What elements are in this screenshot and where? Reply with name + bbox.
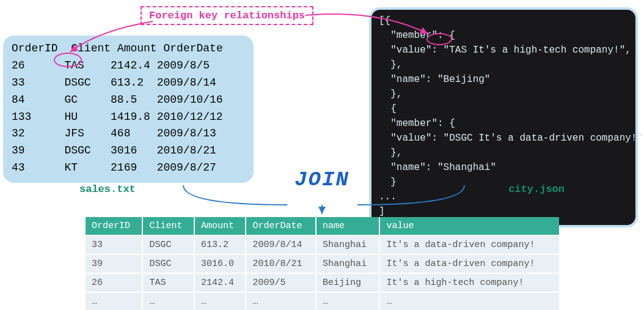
- cell: 2009/8/14: [246, 235, 316, 254]
- sales-header-row: OrderID Client Amount OrderDate: [12, 40, 245, 57]
- sales-rows: 26 TAS 2142.4 2009/8/533 DSGC 613.2 2009…: [12, 57, 245, 177]
- cell: It's a data-driven company!: [379, 235, 559, 254]
- cell: 26: [86, 273, 142, 292]
- cell: …: [246, 292, 316, 310]
- sales-row: 84 GC 88.5 2009/10/16: [12, 92, 245, 109]
- table-row: 26TAS2142.42009/5BeijingIt's a high-tech…: [86, 273, 559, 292]
- cell: 2142.4: [194, 273, 246, 292]
- join-label: JOIN: [295, 168, 349, 191]
- result-body: 33DSGC613.22009/8/14ShanghaiIt's a data-…: [86, 235, 559, 310]
- sales-panel: OrderID Client Amount OrderDate 26 TAS 2…: [3, 35, 254, 183]
- cell: Beijing: [316, 273, 380, 292]
- sales-row: 33 DSGC 613.2 2009/8/14: [12, 75, 245, 92]
- cell: 2009/5: [246, 273, 316, 292]
- json-filename-label: city.json: [508, 183, 565, 195]
- cell: …: [379, 292, 559, 310]
- cell: Shanghai: [316, 235, 380, 254]
- cell: …: [194, 292, 246, 310]
- result-col-orderid: OrderID: [86, 217, 142, 235]
- cell: …: [86, 292, 142, 310]
- sales-filename-label: sales.txt: [79, 183, 136, 195]
- cell: It's a high-tech company!: [379, 273, 559, 292]
- col-client: Client: [71, 42, 111, 54]
- cell: 3016.0: [194, 254, 246, 273]
- cell: It's a data-driven company!: [379, 254, 559, 273]
- result-col-name: name: [316, 217, 380, 235]
- sales-row: 39 DSGC 3016 2010/8/21: [12, 142, 245, 160]
- result-table: OrderIDClientAmountOrderDatenamevalue 33…: [86, 217, 559, 310]
- col-orderdate: OrderDate: [163, 42, 222, 54]
- result-col-orderdate: OrderDate: [246, 217, 316, 235]
- col-amount: Amount: [117, 42, 157, 54]
- result-col-amount: Amount: [194, 217, 246, 235]
- table-row: 33DSGC613.22009/8/14ShanghaiIt's a data-…: [86, 235, 559, 254]
- cell: 2010/8/21: [246, 254, 316, 273]
- sales-row: 26 TAS 2142.4 2009/8/5: [12, 57, 245, 75]
- sales-row: 43 KT 2169 2009/8/27: [12, 160, 245, 177]
- cell: 39: [86, 254, 142, 273]
- sales-row: 32 JFS 468 2009/8/13: [12, 125, 245, 142]
- sales-row: 133 HU 1419.8 2010/12/12: [12, 109, 245, 126]
- col-orderid: OrderID: [12, 42, 58, 54]
- json-panel: [{ "member": { "value": "TAS It's a high…: [369, 7, 638, 227]
- cell: Shanghai: [316, 254, 380, 273]
- cell: TAS: [142, 273, 194, 292]
- cell: 613.2: [194, 235, 246, 254]
- cell: DSGC: [142, 235, 194, 254]
- cell: …: [142, 292, 194, 310]
- result-header-row: OrderIDClientAmountOrderDatenamevalue: [86, 217, 559, 235]
- cell: DSGC: [142, 254, 194, 273]
- foreign-key-label: Foreign key relationships: [141, 6, 313, 25]
- cell: 33: [86, 235, 142, 254]
- table-row: ………………: [86, 292, 559, 310]
- cell: …: [316, 292, 380, 310]
- table-row: 39DSGC3016.02010/8/21ShanghaiIt's a data…: [86, 254, 559, 273]
- result-col-value: value: [379, 217, 559, 235]
- result-col-client: Client: [142, 217, 194, 235]
